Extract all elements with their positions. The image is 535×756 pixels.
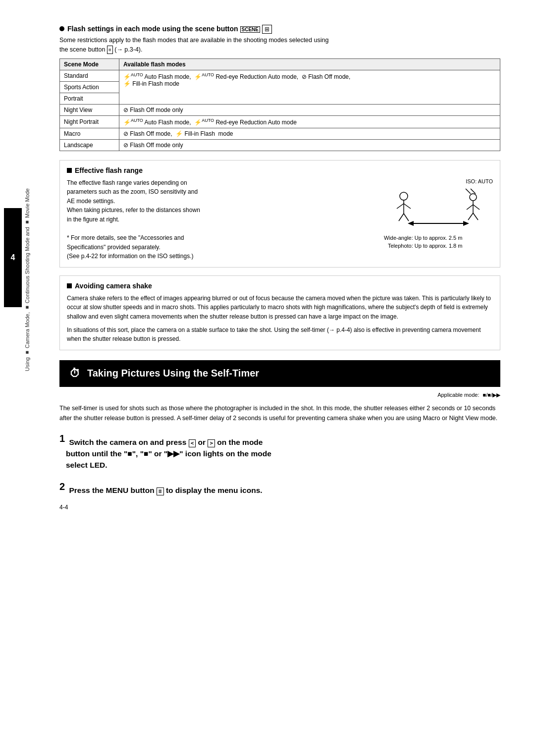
ef-text5: in the figure at right. <box>67 216 119 223</box>
step-2: 2 Press the MENU button ≡ to display the… <box>59 479 500 496</box>
flash-desc-line1: Some restrictions apply to the flash mod… <box>59 37 328 44</box>
ef-text6: * For more details, see the "Accessories… <box>67 234 184 241</box>
camera-shake-text: Camera shake refers to the effect of ima… <box>67 294 493 344</box>
svg-line-12 <box>466 189 471 194</box>
menu-button[interactable]: ≡ <box>157 487 164 495</box>
table-cell-scene: Landscape <box>60 139 119 151</box>
camera-shake-title: Avoiding camera shake <box>67 282 493 290</box>
step2-text2: to display the menu icons. <box>166 486 263 494</box>
svg-line-3 <box>404 204 411 209</box>
iso-label: ISO: AUTO <box>384 178 493 184</box>
table-row: Night View ⊘ Flash Off mode only <box>60 104 500 115</box>
table-cell-modes-1: ⚡AUTO Auto Flash mode, ⚡AUTO Red-eye Red… <box>119 70 500 104</box>
ef-text7: Specifications" provided separately. <box>67 244 160 251</box>
svg-line-13 <box>471 189 476 194</box>
effective-flash-body: The effective flash range varies dependi… <box>67 178 493 261</box>
table-cell-scene: Standard <box>60 70 119 81</box>
black-square-icon <box>67 168 72 173</box>
svg-line-2 <box>397 204 404 209</box>
table-cell-scene: Sports Action <box>60 81 119 93</box>
black-square-icon-2 <box>67 283 72 288</box>
camera-shake-title-text: Avoiding camera shake <box>75 282 152 290</box>
svg-line-4 <box>399 214 404 221</box>
table-cell-modes-2: ⊘ Flash Off mode only <box>119 104 500 115</box>
effective-flash-title-text: Effective flash range <box>75 166 143 174</box>
ef-text3: AE mode settings. <box>67 198 115 205</box>
step2-text: Press the MENU button ≡ to display the m… <box>69 486 262 494</box>
self-timer-title: Taking Pictures Using the Self-Timer <box>87 368 259 379</box>
svg-marker-16 <box>463 221 469 226</box>
applicable-label: Applicable mode: <box>437 392 479 398</box>
flash-section-title: Flash settings in each mode using the sc… <box>59 25 500 33</box>
effective-flash-section: Effective flash range The effective flas… <box>59 160 500 268</box>
tele-caption: Telephoto: Up to approx. 1.8 m <box>384 243 462 249</box>
svg-marker-15 <box>408 221 414 226</box>
self-timer-banner: ⏱ Taking Pictures Using the Self-Timer <box>59 360 500 387</box>
flash-title-text: Flash settings in each mode using the sc… <box>67 25 272 33</box>
self-timer-desc: The self-timer is used for shots such as… <box>59 403 500 423</box>
right-button[interactable]: > <box>208 439 215 447</box>
table-row: Standard ⚡AUTO Auto Flash mode, ⚡AUTO Re… <box>60 70 500 81</box>
table-row: Landscape ⊘ Flash Off mode only <box>60 139 500 151</box>
table-row: Night Portrait ⚡AUTO Auto Flash mode, ⚡A… <box>60 115 500 128</box>
flash-table: Scene Mode Available flash modes Standar… <box>59 58 500 151</box>
step1-text: Switch the camera on and press < or > on… <box>59 438 271 470</box>
flash-section-desc: Some restrictions apply to the flash mod… <box>59 36 500 54</box>
bullet-icon <box>59 26 64 31</box>
flash-range-figure: ISO: AUTO <box>384 178 493 261</box>
table-cell-scene: Macro <box>60 128 119 139</box>
ef-text1: The effective flash range varies dependi… <box>67 179 187 186</box>
svg-line-10 <box>468 213 473 220</box>
table-cell-modes-3: ⚡AUTO Auto Flash mode, ⚡AUTO Red-eye Red… <box>119 115 500 128</box>
page-number: 4-4 <box>59 504 500 511</box>
table-cell-scene: Night Portrait <box>60 115 119 128</box>
flash-desc-line2: the scene button ≡ (→ p.3-4). <box>59 46 143 53</box>
applicable-modes: ■/■/▶▶ <box>483 392 500 398</box>
flash-desc-ref: (→ p.3-4). <box>114 46 142 53</box>
scene-button-ref: ≡ <box>107 46 113 54</box>
timer-icon: ⏱ <box>69 367 80 380</box>
left-button[interactable]: < <box>189 439 196 447</box>
table-cell-scene: Portrait <box>60 93 119 104</box>
ef-text4: When taking pictures, refer to the dista… <box>67 207 200 214</box>
camera-shake-section: Avoiding camera shake Camera shake refer… <box>59 275 500 350</box>
table-col1-header: Scene Mode <box>60 58 119 70</box>
step1-text-block: 1 Switch the camera on and press < or > … <box>59 431 500 471</box>
sidebar: 4 Using ■ Camera Mode, ■ Continuous Shoo… <box>0 0 30 756</box>
sidebar-text: Using ■ Camera Mode, ■ Continuous Shooti… <box>24 188 31 371</box>
svg-line-8 <box>467 205 473 210</box>
flash-range-svg <box>389 186 488 231</box>
effective-flash-title: Effective flash range <box>67 166 493 174</box>
table-cell-scene: Night View <box>60 104 119 115</box>
step2-number: 2 <box>59 481 65 492</box>
svg-point-0 <box>400 192 408 200</box>
scene-button-symbol: ⊞ <box>262 25 272 34</box>
chapter-number: 4 <box>11 253 15 262</box>
applicable-mode: Applicable mode: ■/■/▶▶ <box>59 392 500 398</box>
flash-settings-section: Flash settings in each mode using the sc… <box>59 25 500 151</box>
effective-flash-text: The effective flash range varies dependi… <box>67 178 374 261</box>
step-1: 1 Switch the camera on and press < or > … <box>59 431 500 471</box>
chapter-tab: 4 <box>4 208 22 307</box>
table-row: Macro ⊘ Flash Off mode, ⚡ Fill-in Flash … <box>60 128 500 139</box>
camera-shake-para2: In situations of this sort, place the ca… <box>67 325 493 344</box>
svg-line-11 <box>473 213 478 220</box>
page-container: 4 Using ■ Camera Mode, ■ Continuous Shoo… <box>0 0 535 756</box>
table-cell-modes-5: ⊘ Flash Off mode only <box>119 139 500 151</box>
step2-text-block: 2 Press the MENU button ≡ to display the… <box>59 479 500 496</box>
table-col2-header: Available flash modes <box>119 58 500 70</box>
flash-figure-caption: Wide-angle: Up to approx. 2.5 m Telephot… <box>384 234 493 250</box>
svg-line-9 <box>473 205 480 210</box>
svg-line-5 <box>404 214 409 221</box>
ef-text8: (See p.4-22 for information on the ISO s… <box>67 253 193 260</box>
or-text: or <box>198 438 208 446</box>
svg-point-6 <box>470 194 477 201</box>
step1-number: 1 <box>59 433 65 444</box>
ef-text2: parameters such as the zoom, ISO sensiti… <box>67 188 198 195</box>
table-cell-modes-4: ⊘ Flash Off mode, ⚡ Fill-in Flash mode <box>119 128 500 139</box>
scene-button-icon: SCENE <box>240 26 260 33</box>
camera-shake-para1: Camera shake refers to the effect of ima… <box>67 294 493 322</box>
